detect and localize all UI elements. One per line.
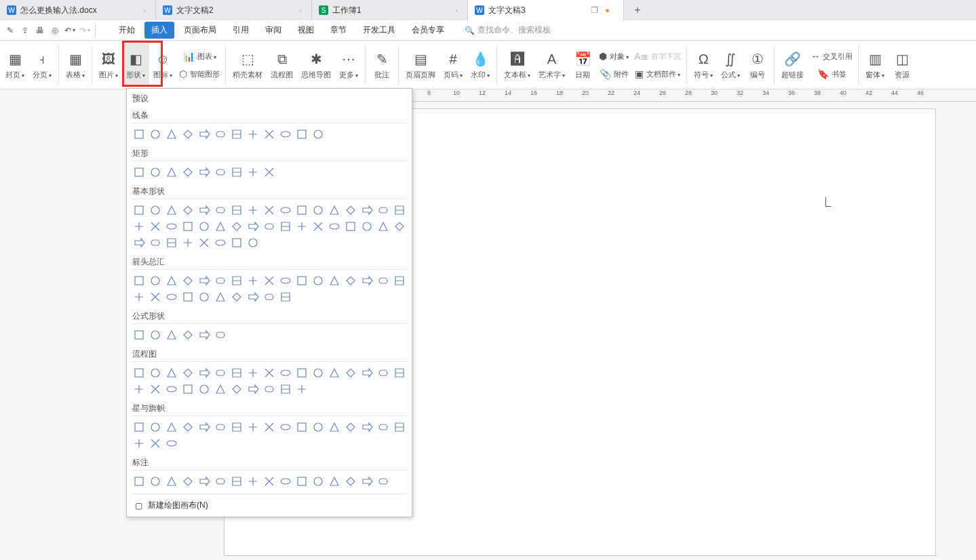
comment-button[interactable]: ✎批注 <box>368 43 395 87</box>
shape-item[interactable] <box>197 328 211 342</box>
tab-doc1[interactable]: W 怎么更换输入法.docx · <box>0 0 156 20</box>
shape-item[interactable] <box>230 382 243 396</box>
equation-button[interactable]: ∬公式▾ <box>717 43 744 87</box>
hyperlink-button[interactable]: 🔗超链接 <box>777 43 808 87</box>
shape-item[interactable] <box>197 274 211 287</box>
shape-item[interactable] <box>149 274 162 287</box>
shape-item[interactable] <box>230 220 243 233</box>
shape-item[interactable] <box>360 475 374 488</box>
shape-item[interactable] <box>132 203 146 217</box>
shape-item[interactable] <box>393 366 406 380</box>
shape-item[interactable] <box>295 274 309 287</box>
shape-item[interactable] <box>246 382 260 396</box>
redo-icon[interactable]: ↷▾ <box>77 23 92 38</box>
shape-item[interactable] <box>165 127 178 141</box>
resource-button[interactable]: ◫资源 <box>889 43 916 87</box>
shape-item[interactable] <box>149 420 162 434</box>
shape-item[interactable] <box>149 366 162 380</box>
shape-item[interactable] <box>246 220 260 233</box>
menu-start[interactable]: 开始 <box>112 22 142 39</box>
shape-item[interactable] <box>279 290 292 304</box>
shape-item[interactable] <box>132 290 146 304</box>
shape-item[interactable] <box>246 420 260 434</box>
shape-item[interactable] <box>197 203 211 217</box>
shape-item[interactable] <box>360 274 374 287</box>
shape-item[interactable] <box>181 274 195 287</box>
shape-item[interactable] <box>197 475 211 488</box>
shape-item[interactable] <box>393 274 406 287</box>
save-icon[interactable]: ✎ <box>3 23 18 38</box>
shape-item[interactable] <box>230 274 243 287</box>
shape-item[interactable] <box>132 165 146 179</box>
shape-item[interactable] <box>230 203 243 217</box>
shape-item[interactable] <box>262 382 276 396</box>
shapes-button[interactable]: ◧形状▾ <box>122 43 149 87</box>
shape-item[interactable] <box>165 328 178 342</box>
menu-chapter[interactable]: 章节 <box>324 22 353 39</box>
shape-item[interactable] <box>360 203 374 217</box>
shape-item[interactable] <box>197 165 211 179</box>
smartart-button[interactable]: ⬡智能图形 <box>176 66 222 82</box>
shape-item[interactable] <box>149 290 162 304</box>
crossref-button[interactable]: ↔交叉引用 <box>808 48 855 64</box>
shape-item[interactable] <box>376 420 390 434</box>
shape-item[interactable] <box>181 290 195 304</box>
shape-item[interactable] <box>197 220 211 233</box>
new-canvas-item[interactable]: ▢ 新建绘图画布(N) <box>132 494 406 517</box>
shape-item[interactable] <box>295 475 309 488</box>
shape-item[interactable] <box>197 366 211 380</box>
close-icon[interactable]: · <box>296 5 305 16</box>
shape-item[interactable] <box>181 203 195 217</box>
shape-item[interactable] <box>230 127 243 141</box>
icons-button[interactable]: ☺图标▾ <box>149 43 176 87</box>
restore-icon[interactable]: ❐ <box>591 5 598 15</box>
shape-item[interactable] <box>328 475 341 488</box>
shape-item[interactable] <box>311 127 325 141</box>
picture-button[interactable]: 🖼图片▾ <box>95 43 122 87</box>
shape-item[interactable] <box>344 420 357 434</box>
shape-item[interactable] <box>279 274 292 287</box>
dot-icon[interactable]: ● <box>605 5 610 15</box>
chart-button[interactable]: 📊图表▾ <box>176 48 222 64</box>
shape-item[interactable] <box>311 203 325 217</box>
shape-item[interactable] <box>132 274 146 287</box>
shape-item[interactable] <box>214 290 227 304</box>
shape-item[interactable] <box>149 382 162 396</box>
shape-item[interactable] <box>230 290 243 304</box>
undo-icon[interactable]: ↶▾ <box>62 23 77 38</box>
shape-item[interactable] <box>132 366 146 380</box>
new-tab-button[interactable]: + <box>624 4 651 16</box>
shape-item[interactable] <box>165 236 178 249</box>
shape-item[interactable] <box>376 475 390 488</box>
form-button[interactable]: ▥窗体▾ <box>861 43 889 87</box>
shape-item[interactable] <box>230 420 243 434</box>
shape-item[interactable] <box>393 220 406 233</box>
shape-item[interactable] <box>214 236 227 249</box>
shape-item[interactable] <box>165 475 178 488</box>
shape-item[interactable] <box>311 475 325 488</box>
shape-item[interactable] <box>132 220 146 233</box>
shape-item[interactable] <box>328 366 341 380</box>
shape-item[interactable] <box>214 382 227 396</box>
shape-item[interactable] <box>295 366 309 380</box>
shape-item[interactable] <box>295 382 309 396</box>
shape-item[interactable] <box>197 382 211 396</box>
shape-item[interactable] <box>279 475 292 488</box>
shape-item[interactable] <box>197 236 211 249</box>
shape-item[interactable] <box>149 437 162 450</box>
command-search[interactable]: 🔍 查找命令、搜索模板 <box>465 24 551 36</box>
shape-item[interactable] <box>262 203 276 217</box>
shape-item[interactable] <box>214 475 227 488</box>
table-button[interactable]: ▦表格▾ <box>62 43 89 87</box>
shape-item[interactable] <box>165 203 178 217</box>
shape-item[interactable] <box>344 274 357 287</box>
shape-item[interactable] <box>262 475 276 488</box>
shape-item[interactable] <box>197 290 211 304</box>
shape-item[interactable] <box>311 366 325 380</box>
shape-item[interactable] <box>393 203 406 217</box>
shape-item[interactable] <box>165 274 178 287</box>
menu-vip[interactable]: 会员专享 <box>405 22 451 39</box>
shape-item[interactable] <box>246 127 260 141</box>
shape-item[interactable] <box>279 382 292 396</box>
cover-page-button[interactable]: ▦封页▾ <box>1 43 28 87</box>
